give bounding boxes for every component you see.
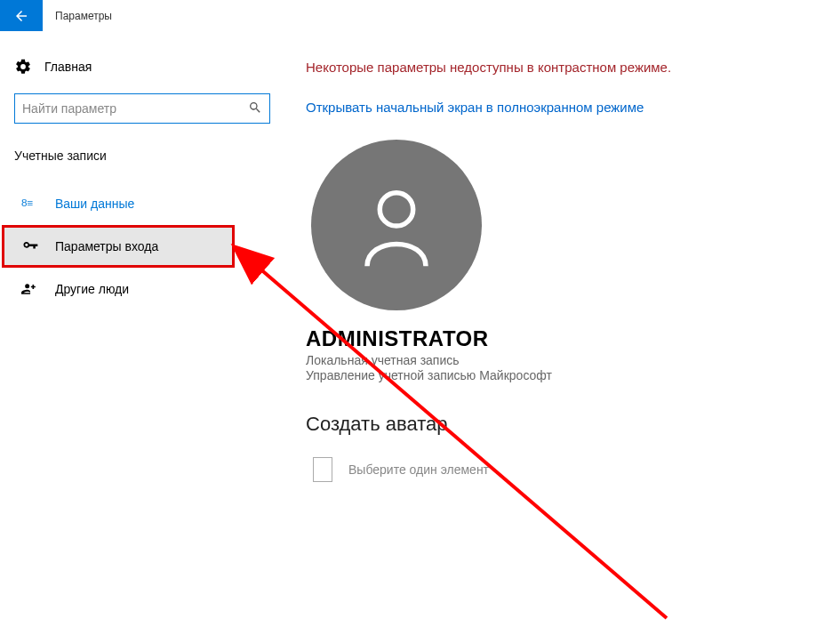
sidebar-item-signin-options[interactable]: Параметры входа: [2, 225, 235, 268]
avatar: [311, 140, 482, 310]
main-content: Некоторые параметры недоступны в контрас…: [284, 52, 782, 482]
window-title: Параметры: [43, 10, 112, 22]
sidebar-item-other-people[interactable]: Другие люди: [14, 268, 270, 310]
back-button[interactable]: [0, 0, 43, 31]
svg-point-1: [380, 193, 412, 226]
manage-ms-account-link[interactable]: Управление учетной записью Майкрософт: [306, 368, 782, 382]
arrow-left-icon: [13, 8, 29, 24]
account-type: Локальная учетная запись: [306, 353, 782, 367]
gear-icon: [14, 58, 32, 76]
person-icon: [348, 176, 445, 274]
sidebar-item-label: Параметры входа: [55, 239, 158, 253]
sidebar-item-label: Другие люди: [55, 282, 129, 296]
id-card-icon: 8≡: [21, 196, 39, 212]
create-avatar-heading: Создать аватар: [306, 413, 782, 436]
fullscreen-link[interactable]: Открывать начальный экран в полноэкранно…: [306, 100, 782, 115]
search-box[interactable]: [14, 93, 270, 124]
sidebar-category: Учетные записи: [14, 149, 270, 182]
svg-text:8≡: 8≡: [21, 197, 33, 208]
sidebar-item-your-info[interactable]: 8≡ Ваши данные: [14, 182, 270, 225]
search-icon: [248, 100, 262, 117]
key-icon: [21, 237, 39, 255]
sidebar-home[interactable]: Главная: [14, 52, 270, 93]
sidebar: Главная Учетные записи 8≡ Ваши данные Па…: [0, 52, 284, 482]
people-plus-icon: [21, 280, 39, 298]
home-label: Главная: [44, 60, 92, 74]
search-input[interactable]: [22, 101, 248, 116]
warning-text: Некоторые параметры недоступны в контрас…: [306, 60, 782, 75]
username: ADMINISTRATOR: [306, 326, 782, 351]
file-icon: [313, 457, 332, 482]
pick-one-label: Выберите один элемент: [348, 462, 489, 477]
sidebar-item-label: Ваши данные: [55, 197, 134, 211]
pick-one-row[interactable]: Выберите один элемент: [306, 457, 782, 482]
